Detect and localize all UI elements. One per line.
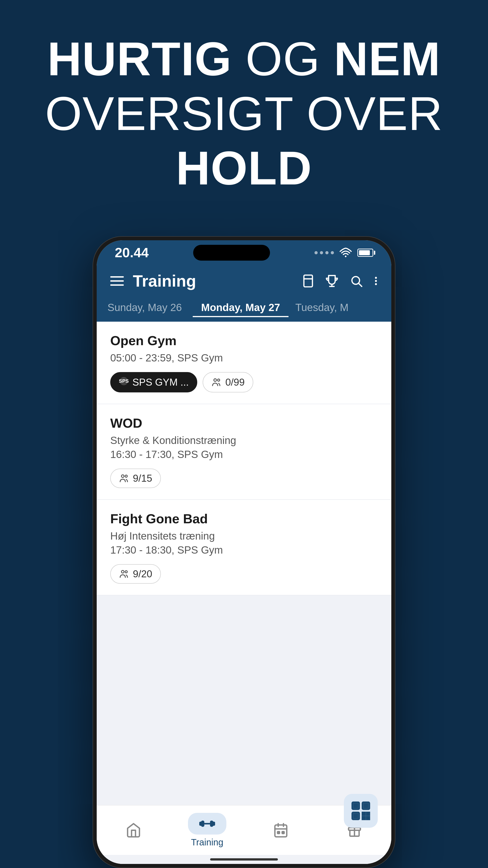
calendar-icon [273,822,289,838]
session-badges-fight-gone-bad: 9/20 [110,564,378,584]
status-bar: 20.44 [97,240,391,265]
svg-text:SPS: SPS [119,378,129,384]
nav-label-training: Training [191,837,223,847]
training-icon-bg [188,813,226,835]
nav-item-training[interactable]: Training [170,813,244,847]
sps-gym-label: SPS GYM ... [132,377,189,388]
menu-line-1 [110,276,124,278]
svg-rect-27 [363,817,365,819]
capacity-label-open-gym: 0/99 [225,377,245,388]
people-icon-fight-gone-bad [119,569,129,579]
phone-screen: 20.44 [97,240,391,864]
battery-icon [357,249,373,257]
menu-icon[interactable] [110,276,124,286]
date-tabs: Sunday, May 26 Monday, May 27 Tuesday, M [97,297,391,322]
signal-dots [315,251,334,254]
session-subtitle-wod: Styrke & Konditionstræning [110,434,378,446]
badge-sps-gym[interactable]: SPS SPS GYM ... [110,372,197,393]
badge-capacity-open-gym[interactable]: 0/99 [203,372,253,393]
hero-line2: OVERSIGT OVER HOLD [0,86,488,195]
search-icon[interactable] [350,274,363,287]
signal-dot-1 [315,251,318,254]
svg-point-16 [122,570,124,573]
qr-icon [351,801,371,821]
svg-point-9 [375,283,377,285]
hero-og-text: OG [246,32,320,86]
svg-point-13 [218,379,220,381]
svg-rect-38 [278,831,280,833]
hero-bold-nem: NEM [334,32,441,86]
hero-oversigt-text: OVERSIGT OVER [45,87,443,140]
session-subtitle-fight-gone-bad: Høj Intensitets træning [110,530,378,542]
home-icon [126,822,141,838]
session-card-fight-gone-bad[interactable]: Fight Gone Bad Høj Intensitets træning 1… [97,500,391,595]
signal-dot-2 [320,251,323,254]
session-card-wod[interactable]: WOD Styrke & Konditionstræning 16:30 - 1… [97,404,391,500]
signal-dot-4 [331,251,334,254]
menu-line-2 [110,280,124,282]
dumbbell-icon [199,817,215,831]
svg-point-15 [125,475,127,477]
svg-rect-25 [363,813,365,815]
nav-item-home[interactable] [97,822,170,838]
hero-section: HURTIG OG NEM OVERSIGT OVER HOLD [0,32,488,195]
wifi-icon [339,247,352,258]
phone-frame: 20.44 [93,236,395,868]
svg-point-8 [375,280,377,282]
svg-rect-39 [282,831,284,833]
session-time-fight-gone-bad: 17:30 - 18:30, SPS Gym [110,544,378,556]
date-tab-sunday[interactable]: Sunday, May 26 [97,301,193,317]
session-title-open-gym: Open Gym [110,333,378,348]
svg-line-6 [359,283,362,286]
home-indicator [210,858,278,861]
session-badges-wod: 9/15 [110,469,378,488]
battery-fill [359,250,370,255]
svg-point-17 [125,570,127,573]
app-title: Training [133,272,302,290]
hero-line1: HURTIG OG NEM [0,32,488,86]
session-badges-open-gym: SPS SPS GYM ... [110,372,378,393]
signal-dot-3 [325,251,328,254]
session-time-wod: 16:30 - 17:30, SPS Gym [110,448,378,460]
badge-capacity-wod[interactable]: 9/15 [110,469,161,488]
svg-point-0 [345,255,347,257]
app-bar: Training [97,265,391,297]
bookmark-icon[interactable] [302,274,314,288]
svg-rect-26 [367,813,369,815]
app-bar-actions [302,274,378,288]
people-icon-open-gym [211,378,222,387]
svg-rect-23 [354,814,357,817]
capacity-label-wod: 9/15 [133,473,152,484]
menu-line-3 [110,284,124,286]
session-title-wod: WOD [110,415,378,431]
hero-bold-hurtig: HURTIG [47,32,232,86]
home-bar [97,855,391,864]
status-time: 20.44 [115,245,149,260]
dynamic-island [193,245,270,260]
qr-button[interactable] [344,794,378,828]
session-card-open-gym[interactable]: Open Gym 05:00 - 23:59, SPS Gym SPS SPS … [97,322,391,404]
status-icons [315,247,373,258]
svg-rect-34 [275,825,287,837]
badge-capacity-fight-gone-bad[interactable]: 9/20 [110,564,161,584]
svg-rect-28 [367,817,369,819]
date-tab-monday[interactable]: Monday, May 27 [193,301,289,317]
capacity-label-fight-gone-bad: 9/20 [133,568,152,580]
content-spacer [97,595,391,805]
session-title-fight-gone-bad: Fight Gone Bad [110,511,378,526]
svg-rect-1 [304,275,313,287]
date-tab-tuesday[interactable]: Tuesday, M [289,301,391,317]
gym-badge-icon: SPS [119,376,129,388]
more-icon[interactable] [374,274,378,287]
hero-bold-hold: HOLD [176,142,312,195]
svg-point-12 [214,379,217,381]
svg-point-7 [375,277,377,279]
svg-rect-33 [213,822,215,825]
svg-point-14 [122,475,124,477]
session-time-open-gym: 05:00 - 23:59, SPS Gym [110,352,378,364]
trophy-icon[interactable] [325,274,338,287]
nav-item-calendar[interactable] [244,822,318,838]
people-icon-wod [119,474,129,483]
svg-rect-19 [354,804,357,807]
content-area: Open Gym 05:00 - 23:59, SPS Gym SPS SPS … [97,322,391,864]
